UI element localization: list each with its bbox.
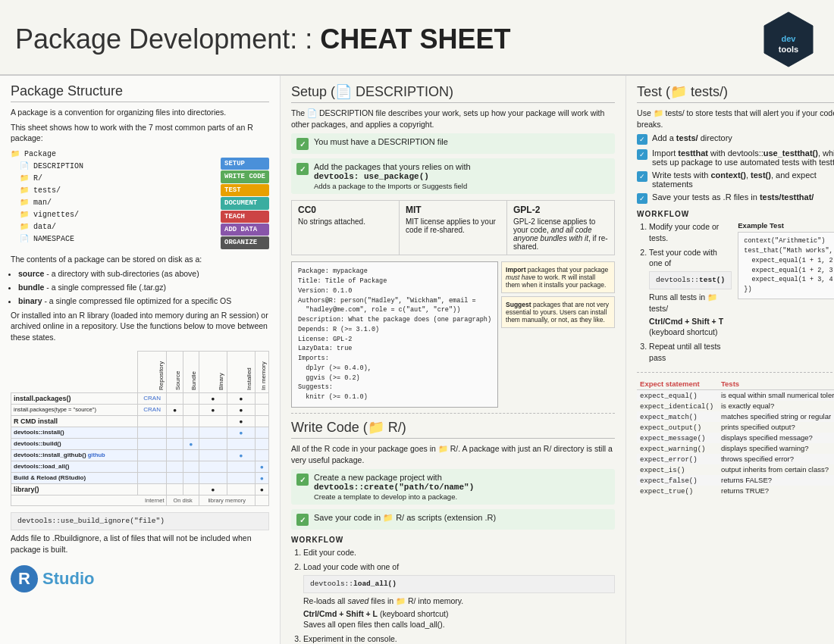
use-build-ignore-section: devtools::use_build_ignore("file") Adds … bbox=[11, 512, 269, 555]
expect-row-8: expect_is() output inherits from certain… bbox=[637, 464, 834, 475]
license-gpl2: GPL-2 GPL-2 license applies to your code… bbox=[507, 201, 614, 255]
desc-box: Package: mypackage Title: Title of Packa… bbox=[291, 261, 498, 408]
col-source: Source bbox=[167, 351, 183, 392]
write-check-icon-2: ✓ bbox=[296, 514, 309, 526]
title-bold: CHEAT SHEET bbox=[320, 23, 510, 55]
svg-text:tools: tools bbox=[779, 45, 798, 54]
use-build-ignore-desc: Adds file to .Rbuildignore, a list of fi… bbox=[11, 533, 269, 555]
checklist-item-2: ✓ Add the packages that yours relies on … bbox=[291, 158, 615, 194]
test-check-icon-3: ✓ bbox=[637, 171, 647, 182]
expect-table: Expect statement Tests expect_equal() is… bbox=[637, 378, 834, 496]
table-row: R CMD install ● bbox=[11, 415, 269, 427]
col-bundle: Bundle bbox=[183, 351, 199, 392]
table-row: devtools::build() ● bbox=[11, 438, 269, 449]
license-table: CC0 No strings attached. MIT MIT license… bbox=[291, 200, 615, 255]
storage-source: source - a directory with sub-directorie… bbox=[18, 268, 269, 280]
create-sub: Create a template to develop into a pack… bbox=[314, 492, 457, 501]
package-tree: 📁 Package 📄 DESCRIPTION 📁 R/ 📁 tests/ 📁 … bbox=[11, 148, 269, 249]
badge-test: TEST bbox=[221, 184, 269, 196]
shortcut-desc: Saves all open files then calls load_all… bbox=[303, 619, 615, 630]
desc-content: Package: mypackage Title: Title of Packa… bbox=[298, 267, 491, 402]
expect-row-10: expect_true() returns TRUE? bbox=[637, 486, 834, 496]
workflow-step-3: Experiment in the console. bbox=[303, 633, 615, 644]
test-title: Test (📁 tests/) bbox=[637, 83, 834, 103]
col-installed: Installed bbox=[227, 351, 255, 392]
write-check-1: ✓ Create a new package project with devt… bbox=[291, 469, 615, 505]
import-note: Import packages that your package must h… bbox=[501, 261, 615, 293]
write-check-icon-1: ✓ bbox=[296, 474, 309, 486]
header-title: Package Development: : CHEAT SHEET bbox=[15, 23, 511, 55]
expect-row-1: expect_equal() is equal within small num… bbox=[637, 389, 834, 401]
example-test-container: Example Test context("Arithmetic") test_… bbox=[738, 221, 834, 366]
write-check-text-2: Save your code in 📁 R/ as scripts (exten… bbox=[314, 513, 496, 523]
test-check-3: ✓ Write tests with context(), test(), an… bbox=[637, 170, 834, 189]
table-row: install.packages(type = "source") CRAN ●… bbox=[11, 404, 269, 415]
col-package-structure: Package Structure A package is a convent… bbox=[0, 76, 281, 644]
expect-row-2: expect_identical() is exactly equal? bbox=[637, 401, 834, 411]
create-code: devtools::create("path/to/name") bbox=[314, 483, 474, 492]
load-all-code: devtools::load_all() bbox=[303, 575, 615, 593]
test-check-icon-1: ✓ bbox=[637, 134, 647, 145]
test-check-2: ✓ Import testthat with devtools::use_tes… bbox=[637, 148, 834, 167]
col-test: Test (📁 tests/) Use 📁 tests/ to store te… bbox=[626, 76, 834, 644]
page: Package Development: : CHEAT SHEET dev t… bbox=[0, 0, 834, 644]
title-light: Package Development: : bbox=[15, 23, 320, 55]
r-circle: R bbox=[11, 565, 38, 592]
test-intro: Use 📁 tests/ to store tests that will al… bbox=[637, 108, 834, 130]
write-check-2: ✓ Save your code in 📁 R/ as scripts (ext… bbox=[291, 509, 615, 530]
badge-add-data: ADD DATA bbox=[221, 224, 269, 236]
test-workflow-steps: Modify your code or tests. Test your cod… bbox=[637, 221, 732, 366]
svg-text:dev: dev bbox=[782, 34, 797, 43]
install-table-container: Repository Source Bundle Binary Installe… bbox=[11, 346, 269, 506]
setup-intro: The 📄 DESCRIPTION file describes your wo… bbox=[291, 108, 615, 130]
rstudio-text: Studio bbox=[42, 569, 94, 589]
check-icon-1: ✓ bbox=[296, 138, 309, 150]
storage-bundle: bundle - a single compressed file (.tar.… bbox=[18, 282, 269, 293]
storage-list: source - a directory with sub-directorie… bbox=[18, 268, 269, 306]
table-row: install.packages() CRAN ● ● bbox=[11, 392, 269, 404]
test-check-text-2: Import testthat with devtools::use_testt… bbox=[652, 148, 834, 167]
expect-row-4: expect_output() prints specified output? bbox=[637, 422, 834, 433]
badge-setup: SETUP bbox=[221, 158, 269, 170]
test-check-text-3: Write tests with context(), test(), and … bbox=[652, 170, 834, 189]
check-text-2: Add the packages that yours relies on wi… bbox=[314, 162, 471, 190]
expect-col1: Expect statement bbox=[637, 378, 718, 390]
example-test-code: context("Arithmetic") test_that("Math wo… bbox=[738, 232, 834, 299]
test-check-icon-4: ✓ bbox=[637, 193, 647, 204]
test-runs-desc: Runs all tests in 📁 tests/ bbox=[649, 292, 732, 314]
workflow-step-2: Load your code with one of devtools::loa… bbox=[303, 561, 615, 630]
expect-row-6: expect_warning() displays specified warn… bbox=[637, 443, 834, 454]
badge-write-code: WRITE CODE bbox=[221, 170, 269, 183]
workflow-steps: Edit your code. Load your code with one … bbox=[291, 547, 615, 644]
workflow-title: WORKFLOW bbox=[291, 536, 615, 544]
test-steps-list: Modify your code or tests. Test your cod… bbox=[637, 221, 732, 363]
badge-teach: TEACH bbox=[221, 211, 269, 223]
use-package-sub: Adds a package to the Imports or Suggest… bbox=[314, 182, 467, 190]
install-intro: Or installed into an R library (loaded i… bbox=[11, 310, 269, 343]
use-package-code: devtools: use_package() bbox=[314, 172, 429, 181]
storage-binary: binary - a single compressed file optimi… bbox=[18, 295, 269, 307]
license-cc0: CC0 No strings attached. bbox=[292, 201, 400, 255]
badge-document: DOCUMENT bbox=[221, 197, 269, 209]
table-footer-row: Internet On disk library memory bbox=[11, 495, 269, 505]
shortcut-text: Ctrl/Cmd + Shift + L (keyboard shortcut) bbox=[303, 608, 615, 620]
checklist-item-1: ✓ You must have a DESCRIPTION file bbox=[291, 133, 615, 154]
write-check-text-1: Create a new package project with devtoo… bbox=[314, 473, 474, 501]
write-code-section: Write Code (📁 R/) All of the R code in y… bbox=[291, 419, 615, 644]
package-intro-p1: A package is a convention for organizing… bbox=[11, 107, 269, 118]
test-workflow-title: WORKFLOW bbox=[637, 210, 834, 218]
hexagon-svg: dev tools bbox=[758, 9, 819, 70]
col-setup-writecode: Setup (📄 DESCRIPTION) The 📄 DESCRIPTION … bbox=[281, 76, 626, 644]
expect-row-3: expect_match() matches specified string … bbox=[637, 411, 834, 422]
license-mit: MIT MIT license applies to your code if … bbox=[400, 201, 507, 255]
table-row: Build & Reload (RStudio) ● bbox=[11, 472, 269, 483]
test-check-text-1: Add a tests/ directory bbox=[652, 133, 732, 142]
table-row: library() ● ● bbox=[11, 483, 269, 495]
use-build-ignore-code: devtools::use_build_ignore("file") bbox=[11, 512, 269, 530]
load-all-desc: Re-loads all saved files in 📁 R/ into me… bbox=[303, 596, 615, 607]
write-code-title: Write Code (📁 R/) bbox=[291, 419, 615, 439]
col-binary: Binary bbox=[199, 351, 227, 392]
devtools-logo: dev tools bbox=[758, 9, 819, 70]
setup-section: Setup (📄 DESCRIPTION) The 📄 DESCRIPTION … bbox=[291, 83, 615, 408]
table-row: devtools::load_all() ● bbox=[11, 461, 269, 472]
